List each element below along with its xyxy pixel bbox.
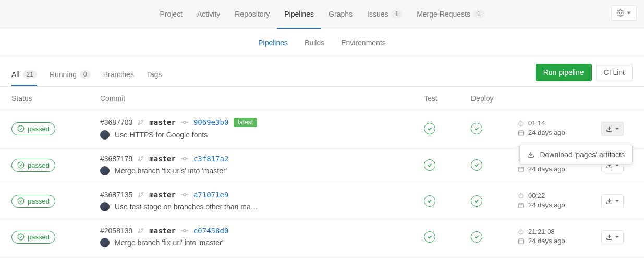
stage-deploy-passed-icon[interactable]	[471, 195, 482, 207]
col-header-status: Status	[11, 94, 100, 103]
stage-test-passed-icon[interactable]	[424, 159, 435, 171]
pipeline-id-link[interactable]: #3687703	[100, 118, 132, 127]
status-badge[interactable]: passed	[11, 231, 55, 244]
ci-lint-button[interactable]: CI Lint	[596, 64, 633, 81]
commit-message: Merge branch 'fix-urls' into 'master'	[115, 167, 227, 175]
commit-sha-link[interactable]: 9069e3b0	[193, 118, 228, 127]
stage-deploy-passed-icon[interactable]	[471, 159, 482, 171]
subnav-item-builds[interactable]: Builds	[305, 39, 324, 47]
pipeline-id-link[interactable]: #3687179	[100, 155, 132, 163]
pipeline-row: passed#2058139mastere07458d0Merge branch…	[0, 219, 644, 255]
commit-message: Merge branch 'fix-url' into 'master'	[115, 238, 223, 247]
count-badge: 21	[23, 70, 37, 79]
status-label: passed	[28, 125, 50, 133]
duration: 21:21:08	[528, 228, 555, 235]
filter-tab-tags[interactable]: Tags	[147, 64, 162, 86]
topnav-item-project[interactable]: Project	[152, 1, 190, 29]
svg-rect-56	[519, 239, 524, 244]
filter-tab-label: Tags	[147, 70, 162, 79]
timestamp: 24 days ago	[528, 165, 565, 173]
latest-badge: latest	[234, 118, 257, 127]
download-artifacts-button[interactable]	[601, 230, 624, 244]
filter-tabs: All21Running0BranchesTags	[11, 64, 162, 86]
topnav-item-graphs[interactable]: Graphs	[321, 1, 360, 29]
caret-down-icon	[627, 11, 631, 15]
stage-test-passed-icon[interactable]	[424, 231, 435, 243]
branch-link[interactable]: master	[149, 155, 176, 163]
settings-dropdown-button[interactable]	[611, 5, 637, 21]
topnav-item-label: Project	[160, 10, 183, 18]
filter-tab-label: Running	[50, 70, 77, 79]
avatar[interactable]	[100, 202, 110, 211]
download-artifacts-button[interactable]	[601, 194, 624, 208]
commit-icon	[181, 156, 188, 161]
col-header-time	[518, 94, 601, 103]
status-badge[interactable]: passed	[11, 195, 55, 208]
svg-point-48	[142, 229, 143, 230]
svg-rect-41	[519, 203, 524, 208]
svg-point-46	[18, 234, 24, 240]
filter-tab-branches[interactable]: Branches	[103, 64, 134, 86]
run-pipeline-button[interactable]: Run pipeline	[536, 64, 592, 81]
commit-sha-link[interactable]: c3f817a2	[193, 155, 228, 163]
calendar-icon	[518, 202, 524, 208]
filter-actions: Run pipeline CI Lint	[536, 64, 633, 81]
timestamp: 24 days ago	[528, 129, 565, 136]
col-header-deploy: Deploy	[471, 94, 518, 103]
topnav-item-repository[interactable]: Repository	[227, 1, 277, 29]
filter-tab-all[interactable]: All21	[11, 64, 37, 86]
svg-point-1	[18, 125, 24, 132]
stage-deploy-passed-icon[interactable]	[471, 123, 482, 134]
calendar-icon	[518, 238, 524, 244]
topnav-item-issues[interactable]: Issues1	[360, 1, 409, 29]
stage-deploy-passed-icon[interactable]	[471, 231, 482, 243]
svg-point-33	[142, 193, 143, 194]
svg-point-5	[184, 121, 186, 124]
branch-link[interactable]: master	[149, 226, 176, 235]
avatar[interactable]	[100, 166, 110, 175]
topnav-item-pipelines[interactable]: Pipelines	[277, 1, 321, 29]
subnav-item-environments[interactable]: Environments	[341, 39, 386, 47]
project-topnav: ProjectActivityRepositoryPipelinesGraphs…	[0, 0, 644, 29]
topnav-item-activity[interactable]: Activity	[190, 1, 227, 29]
calendar-icon	[518, 130, 524, 136]
stage-test-passed-icon[interactable]	[424, 195, 435, 207]
pipeline-row: passed#3687135mastera71071e9Use test sta…	[0, 183, 644, 219]
download-icon	[527, 151, 534, 158]
count-badge: 0	[80, 70, 91, 79]
status-label: passed	[28, 197, 50, 205]
status-label: passed	[28, 161, 50, 169]
commit-message: Use HTTPS for Google fonts	[115, 131, 208, 139]
table-header: Status Commit Test Deploy	[0, 87, 644, 110]
pipeline-id-link[interactable]: #2058139	[100, 226, 132, 235]
commit-sha-link[interactable]: e07458d0	[193, 226, 228, 235]
timer-icon	[518, 120, 524, 127]
branch-link[interactable]: master	[149, 191, 176, 199]
status-badge[interactable]: passed	[11, 122, 55, 135]
topnav-item-label: Repository	[235, 10, 270, 18]
avatar[interactable]	[100, 130, 110, 140]
svg-rect-26	[519, 167, 524, 172]
topnav-item-label: Merge Requests	[417, 10, 470, 18]
download-artifacts-menu[interactable]: Download 'pages' artifacts	[519, 145, 633, 165]
svg-point-0	[619, 12, 622, 14]
svg-point-18	[142, 157, 143, 158]
stage-test-passed-icon[interactable]	[424, 123, 435, 134]
timer-icon	[518, 229, 524, 235]
branch-icon	[138, 119, 144, 126]
timer-icon	[518, 193, 524, 199]
svg-rect-11	[519, 131, 524, 135]
branch-icon	[138, 191, 144, 198]
filter-tab-running[interactable]: Running0	[50, 64, 91, 86]
count-badge: 1	[473, 10, 484, 18]
download-artifacts-button[interactable]	[601, 122, 624, 136]
commit-icon	[181, 120, 188, 125]
commit-sha-link[interactable]: a71071e9	[193, 191, 228, 199]
branch-link[interactable]: master	[149, 118, 176, 127]
svg-point-31	[18, 198, 24, 204]
avatar[interactable]	[100, 238, 110, 247]
status-badge[interactable]: passed	[11, 159, 55, 172]
pipeline-id-link[interactable]: #3687135	[100, 191, 132, 199]
topnav-item-merge-requests[interactable]: Merge Requests1	[409, 1, 491, 29]
subnav-item-pipelines[interactable]: Pipelines	[258, 39, 288, 47]
